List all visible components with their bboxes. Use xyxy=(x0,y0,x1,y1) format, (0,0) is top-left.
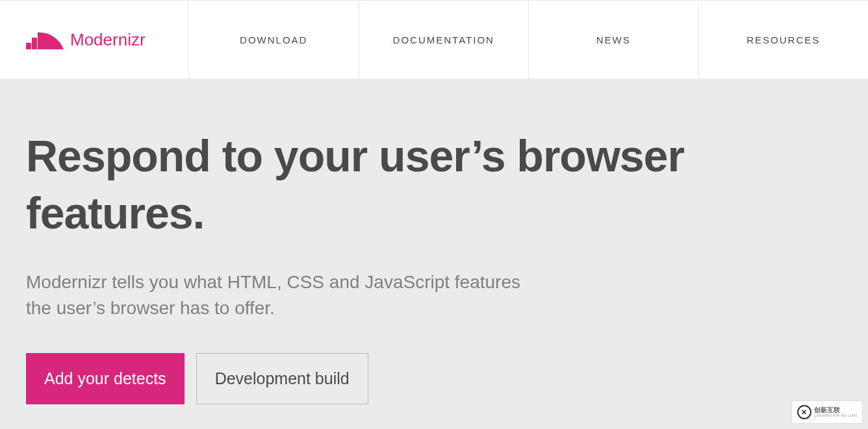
hero-title: Respond to your user’s browser features. xyxy=(26,127,842,242)
nav-resources[interactable]: RESOURCES xyxy=(698,1,869,79)
watermark: ✕ 创新互联 CHUANG XIN HU LIAN xyxy=(791,400,863,424)
nav-news[interactable]: NEWS xyxy=(528,1,698,79)
development-build-button[interactable]: Development build xyxy=(196,353,368,404)
cta-buttons: Add your detects Development build xyxy=(26,353,842,404)
modernizr-logo-icon xyxy=(26,30,65,49)
svg-rect-1 xyxy=(32,38,37,49)
watermark-icon: ✕ xyxy=(797,405,811,419)
hero-subtitle: Modernizr tells you what HTML, CSS and J… xyxy=(26,269,546,322)
watermark-main: 创新互联 xyxy=(814,407,858,413)
nav-download[interactable]: DOWNLOAD xyxy=(188,1,359,79)
site-header: Modernizr DOWNLOAD DOCUMENTATION NEWS RE… xyxy=(0,0,868,79)
nav-documentation[interactable]: DOCUMENTATION xyxy=(359,1,529,79)
add-detects-button[interactable]: Add your detects xyxy=(26,353,185,404)
main-nav: DOWNLOAD DOCUMENTATION NEWS RESOURCES xyxy=(188,1,868,79)
svg-rect-0 xyxy=(26,43,31,49)
logo-text: Modernizr xyxy=(70,30,146,50)
hero-section: Respond to your user’s browser features.… xyxy=(0,79,868,429)
logo[interactable]: Modernizr xyxy=(0,30,188,50)
watermark-sub: CHUANG XIN HU LIAN xyxy=(814,413,858,417)
